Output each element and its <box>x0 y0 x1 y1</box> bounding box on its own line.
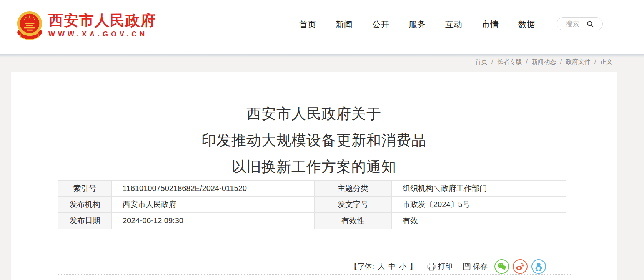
national-emblem-icon <box>15 10 44 41</box>
breadcrumb-current: 正文 <box>600 58 612 65</box>
qq-share-button[interactable] <box>531 259 546 274</box>
meta-value-publisher: 西安市人民政府 <box>112 197 315 213</box>
breadcrumb-home[interactable]: 首页 <box>475 58 488 65</box>
font-size-large-button[interactable]: 大 <box>378 262 385 272</box>
nav-item-news[interactable]: 新闻 <box>336 19 353 30</box>
meta-row: 发布机构 西安市人民政府 发文字号 市政发〔2024〕5号 <box>58 197 566 213</box>
search-box[interactable] <box>557 17 603 30</box>
printer-icon <box>427 263 436 271</box>
meta-label-validity: 有效性 <box>315 213 392 229</box>
meta-row: 发布日期 2024-06-12 09:30 有效性 有效 <box>58 213 566 229</box>
font-size-suffix: 】 <box>409 262 417 272</box>
font-size-prefix: 【字体: <box>350 262 374 272</box>
nav-item-open[interactable]: 公开 <box>372 19 389 30</box>
meta-value-index: 11610100750218682E/2024-011520 <box>112 181 315 197</box>
meta-label-index: 索引号 <box>58 181 112 197</box>
print-label: 打印 <box>438 262 453 272</box>
article-toolbar: 【字体: 大 中 小 】 打印 <box>350 259 546 274</box>
wechat-icon <box>496 261 508 272</box>
font-size-small-button[interactable]: 小 <box>399 262 406 272</box>
breadcrumb-separator: / <box>526 58 527 65</box>
breadcrumb-separator: / <box>594 58 596 65</box>
qq-icon <box>533 261 544 272</box>
meta-label-publisher: 发布机构 <box>58 197 112 213</box>
save-button[interactable]: 保存 <box>463 262 488 272</box>
meta-value-validity: 有效 <box>392 213 566 229</box>
floppy-icon <box>463 263 471 270</box>
main-nav: 首页 新闻 公开 服务 互动 市情 数据 <box>299 19 535 30</box>
dotted-divider <box>57 274 571 275</box>
font-size-control: 【字体: 大 中 小 】 <box>350 262 417 272</box>
breadcrumb-separator: / <box>491 58 493 65</box>
print-button[interactable]: 打印 <box>427 262 453 272</box>
site-header: 西安市人民政府 WWW.XA.GOV.CN 首页 新闻 公开 服务 互动 市情 … <box>0 0 644 54</box>
breadcrumb-newslist[interactable]: 新闻动态 <box>531 58 556 65</box>
nav-item-service[interactable]: 服务 <box>409 19 426 30</box>
meta-label-docnumber: 发文字号 <box>315 197 392 213</box>
nav-item-city[interactable]: 市情 <box>482 19 499 30</box>
weibo-share-button[interactable] <box>513 259 528 274</box>
meta-label-topic: 主题分类 <box>315 181 392 197</box>
search-icon[interactable] <box>587 20 594 28</box>
brand-text: 西安市人民政府 WWW.XA.GOV.CN <box>48 12 156 38</box>
breadcrumb-separator: / <box>560 58 562 65</box>
document-title-line: 印发推动大规模设备更新和消费品 <box>11 127 617 154</box>
search-input[interactable] <box>566 20 584 28</box>
document-title-line: 西安市人民政府关于 <box>11 101 617 127</box>
nav-item-home[interactable]: 首页 <box>299 19 316 30</box>
nav-item-data[interactable]: 数据 <box>518 19 535 30</box>
document-meta-table: 索引号 11610100750218682E/2024-011520 主题分类 … <box>58 180 566 229</box>
breadcrumb-elder[interactable]: 长者专版 <box>497 58 522 65</box>
site-logo[interactable]: 西安市人民政府 WWW.XA.GOV.CN <box>15 9 146 41</box>
page: 西安市人民政府 WWW.XA.GOV.CN 首页 新闻 公开 服务 互动 市情 … <box>0 0 644 280</box>
wechat-share-button[interactable] <box>494 259 509 274</box>
meta-value-pubdate: 2024-06-12 09:30 <box>112 213 315 229</box>
meta-label-pubdate: 发布日期 <box>58 213 112 229</box>
site-url: WWW.XA.GOV.CN <box>48 30 156 38</box>
document-title: 西安市人民政府关于 印发推动大规模设备更新和消费品 以旧换新工作方案的通知 <box>11 101 617 180</box>
meta-value-docnumber: 市政发〔2024〕5号 <box>392 197 566 213</box>
nav-item-interact[interactable]: 互动 <box>445 19 462 30</box>
document-title-line: 以旧换新工作方案的通知 <box>11 154 617 180</box>
breadcrumb: 首页 / 长者专版 / 新闻动态 / 政府文件 / 正文 <box>475 58 612 66</box>
site-name: 西安市人民政府 <box>48 12 156 28</box>
breadcrumb-govdocs[interactable]: 政府文件 <box>566 58 591 65</box>
article-card: 西安市人民政府关于 印发推动大规模设备更新和消费品 以旧换新工作方案的通知 索引… <box>11 72 617 280</box>
save-label: 保存 <box>473 262 488 272</box>
weibo-icon <box>514 261 526 272</box>
font-size-medium-button[interactable]: 中 <box>388 262 396 272</box>
meta-row: 索引号 11610100750218682E/2024-011520 主题分类 … <box>58 181 566 197</box>
meta-value-topic: 组织机构＼政府工作部门 <box>392 181 566 197</box>
